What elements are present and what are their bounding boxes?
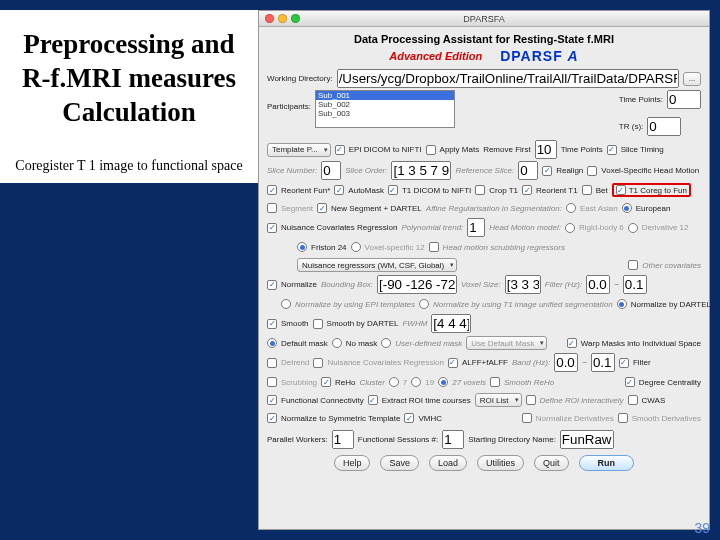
slice-number-input[interactable] [321,161,341,180]
realign-check[interactable] [542,166,552,176]
deriv12-radio[interactable] [628,223,638,233]
remove-first-input[interactable] [535,140,557,159]
band-lo-input[interactable] [554,353,578,372]
friston24-radio[interactable] [297,242,307,252]
define-roi-check[interactable] [526,395,536,405]
vmhc-check[interactable] [404,413,414,423]
scrubbing-check[interactable] [267,377,277,387]
participants-listbox[interactable]: Sub_001 Sub_002 Sub_003 [315,90,455,128]
tr-label: TR (s): [619,122,643,131]
automask-check[interactable] [334,185,344,195]
default-mask-radio[interactable] [267,338,277,348]
reho-check[interactable] [321,377,331,387]
other-cov-check[interactable] [628,260,638,270]
sd-check[interactable] [618,413,628,423]
band-hi-input[interactable] [591,353,615,372]
nst-check[interactable] [267,413,277,423]
alff-check[interactable] [448,358,458,368]
cwas-check[interactable] [628,395,638,405]
norm-t1u-radio[interactable] [419,299,429,309]
slice-order-input[interactable] [391,161,451,180]
titlebar: DPARSFA [259,11,709,27]
help-button[interactable]: Help [334,455,371,471]
app-header: Data Processing Assistant for Resting-St… [259,27,709,66]
participants-label: Participants: [267,102,311,111]
epi-nifti-check[interactable] [335,145,345,155]
detrend-check[interactable] [267,358,277,368]
rigid6-radio[interactable] [565,223,575,233]
filter-hi-input[interactable] [623,275,647,294]
bbox-input[interactable] [377,275,457,294]
t1-coreg-check[interactable] [616,185,626,195]
c7-radio[interactable] [389,377,399,387]
dparsfa-window: DPARSFA Data Processing Assistant for Re… [258,10,710,530]
apply-mats-check[interactable] [426,145,436,155]
slide-number: 39 [694,520,710,536]
template-select[interactable]: Template P... [267,143,331,157]
window-title: DPARSFA [259,14,709,24]
c27-radio[interactable] [438,377,448,387]
european-radio[interactable] [622,203,632,213]
nuisance-select[interactable]: Nuisance regressors (WM, CSF, Global) [297,258,457,272]
ref-slice-input[interactable] [518,161,538,180]
filter-lo-input[interactable] [586,275,610,294]
norm-epi-radio[interactable] [281,299,291,309]
save-button[interactable]: Save [380,455,419,471]
slide-subtitle: Coregister T 1 image to functional space [4,147,254,175]
func-sessions-input[interactable] [442,430,464,449]
app-title: Data Processing Assistant for Resting-St… [259,33,709,45]
list-item[interactable]: Sub_001 [316,91,454,100]
crop-t1-check[interactable] [475,185,485,195]
list-item[interactable]: Sub_002 [316,100,454,109]
polytrend-input[interactable] [467,218,485,237]
nd-check[interactable] [522,413,532,423]
slide-left-panel: Preprocessing and R-f.MRI measures Calcu… [0,10,258,183]
dc-check[interactable] [625,377,635,387]
roi-check[interactable] [368,395,378,405]
timepoints-label: Time Points: [619,95,663,104]
reorient-t1-check[interactable] [522,185,532,195]
c19-radio[interactable] [411,377,421,387]
smooth-dartel-check[interactable] [313,319,323,329]
warp-masks-check[interactable] [567,338,577,348]
voxel-hm-check[interactable] [587,166,597,176]
browse-button[interactable]: ... [683,72,701,86]
timepoints-input[interactable] [667,90,701,109]
hms-check[interactable] [429,242,439,252]
norm-dartel-radio[interactable] [617,299,627,309]
voxsize-input[interactable] [505,275,541,294]
filter-check[interactable] [619,358,629,368]
user-mask-radio[interactable] [381,338,391,348]
smooth-check[interactable] [267,319,277,329]
list-item[interactable]: Sub_003 [316,109,454,118]
quit-button[interactable]: Quit [534,455,569,471]
smooth-reho-check[interactable] [490,377,500,387]
no-mask-radio[interactable] [332,338,342,348]
parallel-workers-input[interactable] [332,430,354,449]
advanced-edition-label: Advanced Edition [389,50,482,62]
vs12-radio[interactable] [351,242,361,252]
startdir-input[interactable] [560,430,614,449]
mask-button[interactable]: Use Default Mask [466,336,547,350]
normalize-check[interactable] [267,280,277,290]
reorient-fun-check[interactable] [267,185,277,195]
t1-nifti-check[interactable] [388,185,398,195]
load-button[interactable]: Load [429,455,467,471]
bet-check[interactable] [582,185,592,195]
east-asian-radio[interactable] [566,203,576,213]
run-button[interactable]: Run [579,455,635,471]
ncr-check[interactable] [267,223,277,233]
segment-check[interactable] [267,203,277,213]
roi-list-button[interactable]: ROI List [475,393,522,407]
highlight-box: T1 Coreg to Fun [612,183,691,197]
tr-input[interactable] [647,117,681,136]
utilities-button[interactable]: Utilities [477,455,524,471]
slice-timing-check[interactable] [607,145,617,155]
fc-check[interactable] [267,395,277,405]
ncr2-check[interactable] [313,358,323,368]
dparsfa-logo: DPARSF A [500,48,579,64]
newseg-check[interactable] [317,203,327,213]
fwhm-input[interactable] [431,314,471,333]
working-dir-input[interactable] [337,69,679,88]
slide-title: Preprocessing and R-f.MRI measures Calcu… [4,18,254,147]
